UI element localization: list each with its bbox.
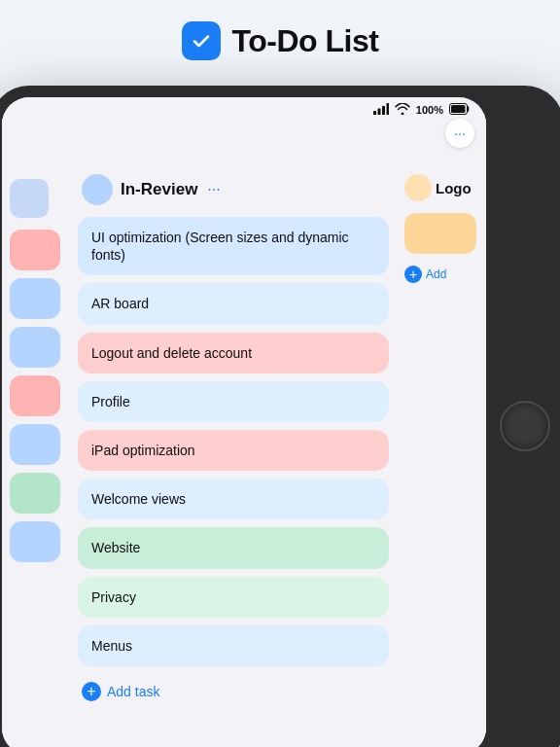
- screen-topbar: ···: [2, 119, 486, 148]
- add-icon: +: [82, 682, 101, 701]
- task-card[interactable]: UI optimization (Screen sizes and dynami…: [78, 217, 389, 275]
- left-column: [2, 121, 68, 747]
- task-label: Profile: [91, 394, 130, 409]
- task-card[interactable]: iPad optimization: [78, 430, 389, 471]
- task-card[interactable]: Logout and delete account: [78, 333, 389, 374]
- add-task-label: Add task: [107, 684, 159, 699]
- add-task-button[interactable]: + Add task: [78, 674, 163, 709]
- left-col-header: [10, 179, 49, 218]
- column-title: In-Review: [121, 180, 197, 199]
- task-label: Welcome views: [91, 491, 186, 507]
- ellipsis-icon: ···: [454, 125, 466, 141]
- status-bar: 100%: [2, 97, 486, 121]
- screen-content: In-Review ··· UI optimization (Screen si…: [2, 121, 486, 747]
- task-card[interactable]: Profile: [78, 381, 389, 422]
- task-label: UI optimization (Screen sizes and dynami…: [91, 230, 349, 263]
- svg-rect-6: [451, 105, 466, 113]
- svg-rect-2: [377, 109, 380, 116]
- ipad-screen: 100% ···: [2, 97, 486, 747]
- right-add-icon: +: [404, 266, 422, 283]
- task-label: Menus: [91, 638, 132, 654]
- app-header: To-Do List: [0, 0, 560, 74]
- svg-rect-1: [373, 111, 376, 115]
- svg-rect-0: [190, 29, 213, 53]
- column-header: In-Review ···: [78, 174, 389, 205]
- right-add-label: Add: [426, 267, 446, 281]
- list-item[interactable]: [10, 424, 60, 465]
- right-col-header: Logo: [404, 174, 476, 201]
- task-card[interactable]: Welcome views: [78, 479, 389, 519]
- signal-icon: [373, 103, 389, 117]
- more-options-button[interactable]: ···: [445, 119, 474, 148]
- svg-rect-3: [382, 106, 385, 115]
- right-column-title: Logo: [436, 180, 472, 196]
- task-label: AR board: [91, 296, 149, 311]
- list-item[interactable]: [10, 278, 60, 319]
- column-dots-icon[interactable]: ···: [207, 181, 220, 198]
- column-color-indicator: [82, 174, 113, 205]
- task-label: Website: [91, 540, 140, 555]
- task-card[interactable]: Privacy: [78, 577, 389, 618]
- middle-column: In-Review ··· UI optimization (Screen si…: [68, 121, 399, 747]
- list-item[interactable]: [10, 521, 60, 562]
- list-item[interactable]: [10, 327, 60, 368]
- list-item[interactable]: [10, 230, 60, 270]
- right-add-task-button[interactable]: + Add: [404, 266, 476, 283]
- task-label: Privacy: [91, 589, 136, 605]
- svg-rect-4: [386, 103, 389, 115]
- task-card[interactable]: AR board: [78, 283, 389, 324]
- ipad-frame: 100% ···: [0, 86, 560, 747]
- app-title: To-Do List: [232, 23, 379, 59]
- home-button[interactable]: [500, 401, 550, 451]
- battery-percent: 100%: [416, 104, 443, 116]
- task-label: Logout and delete account: [91, 345, 252, 361]
- battery-icon: [449, 103, 471, 117]
- right-column: Logo + Add: [399, 121, 486, 747]
- task-card[interactable]: Website: [78, 527, 389, 568]
- checkmark-icon: [190, 29, 213, 53]
- right-column-indicator: [404, 174, 432, 201]
- list-item[interactable]: [404, 213, 476, 254]
- task-card[interactable]: Menus: [78, 625, 389, 666]
- list-item[interactable]: [10, 375, 60, 416]
- list-item[interactable]: [10, 473, 60, 514]
- task-label: iPad optimization: [91, 443, 195, 458]
- wifi-icon: [395, 103, 410, 117]
- app-icon: [182, 21, 221, 60]
